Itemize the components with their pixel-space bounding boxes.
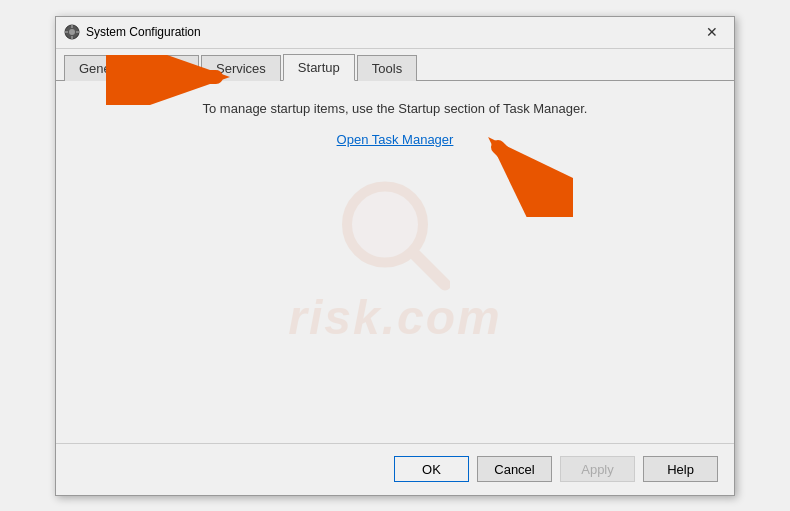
- apply-button[interactable]: Apply: [560, 456, 635, 482]
- tabs-bar: General Boot Services Startup Tools: [56, 49, 734, 81]
- link-wrapper: Open Task Manager: [337, 132, 454, 147]
- system-config-window: System Configuration ✕ General Boot Serv…: [55, 16, 735, 496]
- tab-tools[interactable]: Tools: [357, 55, 417, 81]
- help-button[interactable]: Help: [643, 456, 718, 482]
- window-title: System Configuration: [86, 25, 698, 39]
- watermark-logo: [340, 179, 450, 299]
- svg-point-8: [347, 186, 423, 262]
- tab-boot[interactable]: Boot: [142, 55, 199, 81]
- tab-startup[interactable]: Startup: [283, 54, 355, 81]
- cancel-button[interactable]: Cancel: [477, 456, 552, 482]
- tabs-wrapper: General Boot Services Startup Tools: [56, 49, 734, 81]
- tab-services[interactable]: Services: [201, 55, 281, 81]
- app-icon: [64, 24, 80, 40]
- tab-general[interactable]: General: [64, 55, 140, 81]
- content-area: risk.com To manage startup items, use th…: [56, 81, 734, 443]
- button-bar: OK Cancel Apply Help: [56, 443, 734, 495]
- arrow-up-annotation: [483, 137, 573, 217]
- watermark: risk.com: [56, 179, 734, 344]
- open-task-manager-link[interactable]: Open Task Manager: [337, 132, 454, 147]
- svg-point-1: [69, 29, 75, 35]
- close-button[interactable]: ✕: [698, 18, 726, 46]
- title-bar: System Configuration ✕: [56, 17, 734, 49]
- magnify-watermark: [340, 179, 450, 299]
- startup-info-text: To manage startup items, use the Startup…: [203, 101, 588, 116]
- ok-button[interactable]: OK: [394, 456, 469, 482]
- watermark-text: risk.com: [288, 289, 501, 344]
- svg-line-9: [414, 253, 445, 284]
- svg-line-11: [498, 147, 563, 212]
